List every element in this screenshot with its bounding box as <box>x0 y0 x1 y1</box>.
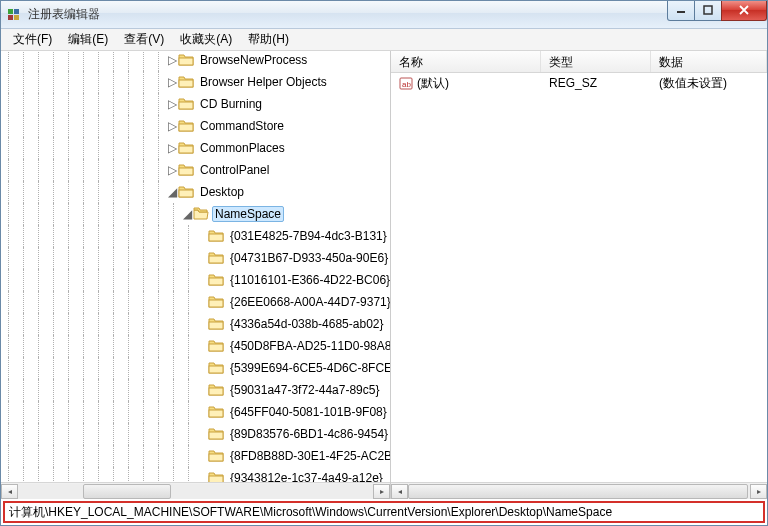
tree-item[interactable]: ◢Desktop <box>1 181 390 203</box>
tree-item-label: {59031a47-3f72-44a7-89c5} <box>227 382 382 398</box>
tree-item-label: {89D83576-6BD1-4c86-9454} <box>227 426 390 442</box>
tree-item[interactable]: ▷Browser Helper Objects <box>1 71 390 93</box>
list-body[interactable]: ab(默认)REG_SZ(数值未设置) <box>391 73 767 482</box>
list-header: 名称 类型 数据 <box>391 51 767 73</box>
svg-rect-4 <box>677 11 685 13</box>
svg-rect-6 <box>179 58 193 65</box>
menubar: 文件(F) 编辑(E) 查看(V) 收藏夹(A) 帮助(H) <box>1 29 767 51</box>
list-header-name[interactable]: 名称 <box>391 51 541 72</box>
svg-rect-21 <box>209 410 223 417</box>
tree-item-label: {031E4825-7B94-4dc3-B131} <box>227 228 390 244</box>
tree-item-label: ControlPanel <box>197 162 272 178</box>
tree-item-label: {4336a54d-038b-4685-ab02} <box>227 316 386 332</box>
tree-item-label: BrowseNewProcess <box>197 52 310 68</box>
tree-item-label: NameSpace <box>212 206 284 222</box>
value-name: ab(默认) <box>391 74 541 93</box>
svg-rect-10 <box>179 146 193 153</box>
tree-item[interactable]: {4336a54d-038b-4685-ab02} <box>1 313 390 335</box>
scroll-left-icon[interactable]: ◂ <box>1 484 18 499</box>
list-pane: 名称 类型 数据 ab(默认)REG_SZ(数值未设置) ◂ ▸ <box>391 51 767 499</box>
tree-item-label: {26EE0668-A00A-44D7-9371} <box>227 294 390 310</box>
tree-item[interactable]: {11016101-E366-4D22-BC06} <box>1 269 390 291</box>
list-hscroll[interactable]: ◂ ▸ <box>391 482 767 499</box>
svg-rect-16 <box>209 300 223 307</box>
tree-item-label: {8FD8B88D-30E1-4F25-AC2B} <box>227 448 390 464</box>
tree-item[interactable]: ▷CD Burning <box>1 93 390 115</box>
tree-body[interactable]: ▷BrowseNewProcess▷Browser Helper Objects… <box>1 51 390 482</box>
list-header-type[interactable]: 类型 <box>541 51 651 72</box>
svg-rect-9 <box>179 124 193 131</box>
tree-item-label: {645FF040-5081-101B-9F08} <box>227 404 390 420</box>
tree-item[interactable]: ▷BrowseNewProcess <box>1 51 390 71</box>
tree-item[interactable]: ▷ControlPanel <box>1 159 390 181</box>
twisty-icon[interactable]: ◢ <box>166 185 178 199</box>
menu-file[interactable]: 文件(F) <box>5 29 60 50</box>
twisty-icon[interactable]: ▷ <box>166 97 178 111</box>
twisty-icon[interactable]: ▷ <box>166 163 178 177</box>
window: 注册表编辑器 文件(F) 编辑(E) 查看(V) 收藏夹(A) 帮助(H) ▷B… <box>0 0 768 526</box>
tree-item[interactable]: ▷CommandStore <box>1 115 390 137</box>
tree-item[interactable]: ▷CommonPlaces <box>1 137 390 159</box>
svg-rect-3 <box>14 15 19 20</box>
maximize-button[interactable] <box>694 1 722 21</box>
twisty-icon[interactable]: ▷ <box>166 119 178 133</box>
tree-item-label: {04731B67-D933-450a-90E6} <box>227 250 390 266</box>
svg-rect-1 <box>14 9 19 14</box>
minimize-button[interactable] <box>667 1 695 21</box>
tree-item-label: {11016101-E366-4D22-BC06} <box>227 272 390 288</box>
svg-rect-2 <box>8 15 13 20</box>
tree-scroll-track[interactable] <box>18 484 373 499</box>
svg-rect-12 <box>179 190 193 197</box>
tree-item[interactable]: {59031a47-3f72-44a7-89c5} <box>1 379 390 401</box>
svg-rect-0 <box>8 9 13 14</box>
tree-item-label: {9343812e-1c37-4a49-a12e} <box>227 470 386 482</box>
svg-rect-17 <box>209 322 223 329</box>
twisty-icon[interactable]: ▷ <box>166 141 178 155</box>
window-controls <box>668 1 767 21</box>
tree-item-label: CommonPlaces <box>197 140 288 156</box>
tree-item[interactable]: {450D8FBA-AD25-11D0-98A8} <box>1 335 390 357</box>
svg-rect-24 <box>209 476 223 482</box>
list-scroll-track[interactable] <box>408 484 750 499</box>
svg-rect-8 <box>179 102 193 109</box>
scroll-left-icon[interactable]: ◂ <box>391 484 408 499</box>
tree-item[interactable]: ◢NameSpace <box>1 203 390 225</box>
list-header-data[interactable]: 数据 <box>651 51 767 72</box>
list-row[interactable]: ab(默认)REG_SZ(数值未设置) <box>391 73 767 93</box>
menu-favorites[interactable]: 收藏夹(A) <box>172 29 240 50</box>
tree-item[interactable]: {8FD8B88D-30E1-4F25-AC2B} <box>1 445 390 467</box>
svg-rect-7 <box>179 80 193 87</box>
tree-hscroll[interactable]: ◂ ▸ <box>1 482 390 499</box>
tree-item[interactable]: {5399E694-6CE5-4D6C-8FCE} <box>1 357 390 379</box>
content: ▷BrowseNewProcess▷Browser Helper Objects… <box>1 51 767 499</box>
menu-edit[interactable]: 编辑(E) <box>60 29 116 50</box>
list-scroll-thumb[interactable] <box>408 484 748 499</box>
twisty-icon[interactable]: ▷ <box>166 75 178 89</box>
menu-view[interactable]: 查看(V) <box>116 29 172 50</box>
twisty-icon[interactable]: ▷ <box>166 53 178 67</box>
tree-item[interactable]: {26EE0668-A00A-44D7-9371} <box>1 291 390 313</box>
app-icon <box>7 7 23 23</box>
tree-item[interactable]: {89D83576-6BD1-4c86-9454} <box>1 423 390 445</box>
svg-rect-19 <box>209 366 223 373</box>
tree-item[interactable]: {645FF040-5081-101B-9F08} <box>1 401 390 423</box>
tree-item[interactable]: {031E4825-7B94-4dc3-B131} <box>1 225 390 247</box>
tree-scroll-thumb[interactable] <box>83 484 171 499</box>
svg-rect-18 <box>209 344 223 351</box>
scroll-right-icon[interactable]: ▸ <box>750 484 767 499</box>
status-path: 计算机\HKEY_LOCAL_MACHINE\SOFTWARE\Microsof… <box>9 504 612 521</box>
svg-rect-22 <box>209 432 223 439</box>
scroll-right-icon[interactable]: ▸ <box>373 484 390 499</box>
twisty-icon[interactable]: ◢ <box>181 207 193 221</box>
svg-rect-11 <box>179 168 193 175</box>
titlebar[interactable]: 注册表编辑器 <box>1 1 767 29</box>
tree-item[interactable]: {04731B67-D933-450a-90E6} <box>1 247 390 269</box>
window-title: 注册表编辑器 <box>28 6 668 23</box>
svg-rect-5 <box>704 6 712 14</box>
value-data: (数值未设置) <box>651 74 767 93</box>
menu-help[interactable]: 帮助(H) <box>240 29 297 50</box>
tree-item[interactable]: {9343812e-1c37-4a49-a12e} <box>1 467 390 482</box>
svg-rect-20 <box>209 388 223 395</box>
close-button[interactable] <box>721 1 767 21</box>
tree-item-label: {450D8FBA-AD25-11D0-98A8} <box>227 338 390 354</box>
